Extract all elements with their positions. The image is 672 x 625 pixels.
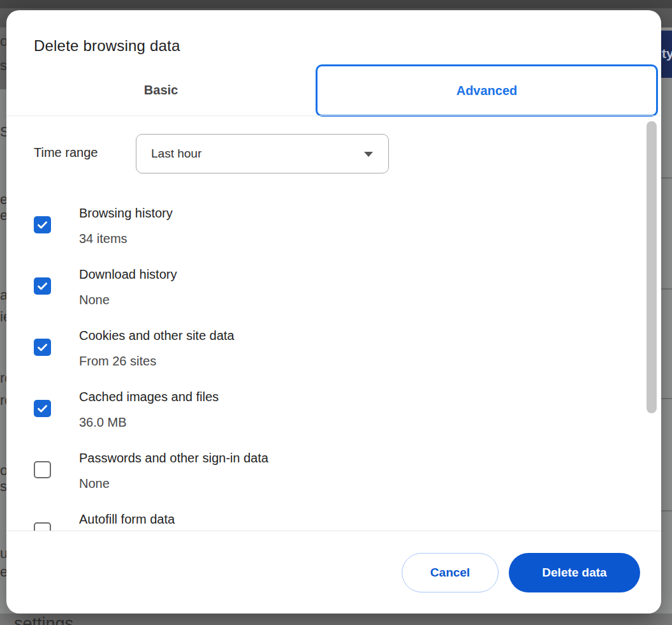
row-autofill-form-data[interactable]: Autofill form data xyxy=(34,511,175,531)
background-text-fragment: e xyxy=(0,207,6,224)
background-text-fragment: ie xyxy=(0,309,6,325)
background-text-fragment: e xyxy=(0,191,6,208)
item-label: Autofill form data xyxy=(79,511,175,528)
item-detail: 34 items xyxy=(79,230,173,247)
row-passwords-sign-in-data[interactable]: Passwords and other sign-in data None xyxy=(34,450,268,492)
dialog-title: Delete browsing data xyxy=(34,37,180,55)
cancel-button[interactable]: Cancel xyxy=(402,553,499,592)
background-text-fragment: sw xyxy=(0,57,6,74)
tab-advanced[interactable]: Advanced xyxy=(316,64,658,117)
background-blue-button-fragment: ty xyxy=(661,31,672,78)
checkbox-passwords-sign-in-data[interactable] xyxy=(34,461,51,478)
dropdown-arrow-icon xyxy=(364,152,373,157)
footer-divider xyxy=(6,531,661,531)
item-label: Browsing history xyxy=(79,205,173,222)
background-bottom-strip: settings xyxy=(0,614,672,625)
background-row-line xyxy=(661,398,672,399)
scrollbar-thumb[interactable] xyxy=(646,121,657,413)
tab-divider xyxy=(6,115,661,116)
row-cached-images-files[interactable]: Cached images and files 36.0 MB xyxy=(34,388,219,431)
row-cookies-site-data[interactable]: Cookies and other site data From 26 site… xyxy=(34,327,235,370)
delete-data-button[interactable]: Delete data xyxy=(509,553,640,592)
background-button-text: ty xyxy=(662,46,672,61)
checkbox-cookies-site-data[interactable] xyxy=(34,339,51,356)
checkbox-cached-images-files[interactable] xyxy=(34,400,51,417)
background-row-line xyxy=(661,510,672,511)
background-text-fragment: or xyxy=(0,33,6,50)
time-range-select[interactable]: Last hour xyxy=(136,134,389,173)
item-label: Cookies and other site data xyxy=(79,327,235,344)
checkmark-icon xyxy=(36,341,49,354)
checkbox-autofill-form-data[interactable] xyxy=(34,522,51,531)
row-browsing-history[interactable]: Browsing history 34 items xyxy=(34,205,173,247)
checkbox-browsing-history[interactable] xyxy=(34,216,51,233)
background-settings-text: settings xyxy=(14,614,73,625)
dialog-scroll-area: Time range Last hour Browsing history 34… xyxy=(6,117,661,531)
background-text-fragment: st xyxy=(0,478,6,495)
background-text-fragment: u xyxy=(0,545,6,562)
background-left-text-fragments: orswSeeaiercroostue xyxy=(0,0,6,614)
tab-basic[interactable]: Basic xyxy=(6,64,316,115)
background-text-fragment: rc xyxy=(0,370,6,386)
row-download-history[interactable]: Download history None xyxy=(34,266,177,309)
checkmark-icon xyxy=(36,279,49,293)
background-row-line xyxy=(661,177,672,179)
item-label: Passwords and other sign-in data xyxy=(79,450,268,467)
background-text-fragment: o xyxy=(0,462,6,479)
item-label: Cached images and files xyxy=(79,388,219,406)
time-range-value: Last hour xyxy=(151,147,201,161)
time-range-label: Time range xyxy=(34,145,98,160)
checkbox-download-history[interactable] xyxy=(34,277,51,295)
background-row-line xyxy=(661,288,672,290)
item-label: Download history xyxy=(79,266,177,283)
delete-browsing-data-dialog: Delete browsing data Basic Advanced Time… xyxy=(6,10,661,614)
checkmark-icon xyxy=(36,402,49,415)
background-text-fragment: ro xyxy=(0,392,6,409)
background-text-fragment: e xyxy=(0,564,6,580)
item-detail: 36.0 MB xyxy=(79,414,219,431)
background-text-fragment: S xyxy=(0,124,6,140)
background-top-strip xyxy=(0,0,672,8)
item-detail: None xyxy=(79,291,177,309)
background-text-fragment: a xyxy=(0,287,6,304)
checkmark-icon xyxy=(36,218,49,232)
item-detail: From 26 sites xyxy=(79,353,235,370)
item-detail: None xyxy=(79,475,268,492)
